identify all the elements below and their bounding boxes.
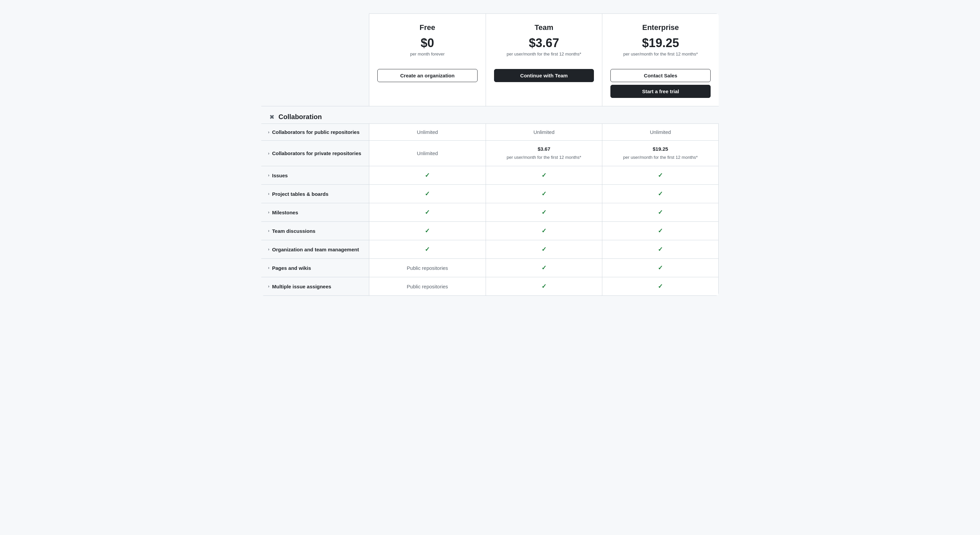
feature-free-value: ✓ <box>369 166 486 185</box>
chevron-right-icon: › <box>268 284 269 289</box>
enterprise-plan-header: Enterprise $19.25 per user/month for the… <box>602 13 719 106</box>
create-organization-button[interactable]: Create an organization <box>377 69 477 82</box>
team-plan-name: Team <box>494 23 594 32</box>
feature-label-cell: › Issues <box>261 166 369 185</box>
feature-label: › Issues <box>268 173 288 178</box>
enterprise-plan-name: Enterprise <box>610 23 711 32</box>
feature-enterprise-value: ✓ <box>602 185 719 203</box>
check-icon: ✓ <box>658 227 663 234</box>
feature-team-value: ✓ <box>486 240 602 258</box>
value-text: Unlimited <box>417 129 438 135</box>
feature-label-cell: › Organization and team management <box>261 240 369 258</box>
feature-team-value: ✓ <box>486 185 602 203</box>
feature-enterprise-value: ✓ <box>602 203 719 221</box>
team-plan-price-sub: per user/month for the first 12 months* <box>494 51 594 62</box>
feature-free-value: ✓ <box>369 240 486 258</box>
value-text: Public repositories <box>407 283 448 289</box>
check-icon: ✓ <box>541 172 547 179</box>
feature-team-value: ✓ <box>486 166 602 185</box>
value-text: Unlimited <box>417 150 438 156</box>
check-icon: ✓ <box>541 190 547 197</box>
free-plan-header: Free $0 per month forever Create an orga… <box>369 13 486 106</box>
enterprise-plan-price: $19.25 <box>610 36 711 50</box>
feature-label: › Organization and team management <box>268 247 359 252</box>
check-icon: ✓ <box>541 246 547 253</box>
check-icon: ✓ <box>541 209 547 216</box>
enterprise-plan-price-sub: per user/month for the first 12 months* <box>610 51 711 62</box>
feature-label-cell: › Team discussions <box>261 221 369 240</box>
chevron-right-icon: › <box>268 130 269 135</box>
feature-enterprise-value: ✓ <box>602 258 719 277</box>
check-icon: ✓ <box>425 190 430 197</box>
feature-team-value: $3.67 per user/month for the first 12 mo… <box>486 140 602 166</box>
feature-label-cell: › Collaborators for public repositories <box>261 124 369 140</box>
chevron-right-icon: › <box>268 228 269 233</box>
check-icon: ✓ <box>425 246 430 253</box>
free-plan-name: Free <box>377 23 477 32</box>
check-icon: ✓ <box>658 209 663 216</box>
check-icon: ✓ <box>541 227 547 234</box>
feature-label: › Project tables & boards <box>268 191 329 197</box>
check-icon: ✓ <box>425 209 430 216</box>
feature-free-value: ✓ <box>369 221 486 240</box>
feature-label-cell: › Multiple issue assignees <box>261 277 369 296</box>
feature-label: › Multiple issue assignees <box>268 283 331 289</box>
price-sub-inline: per user/month for the first 12 months* <box>507 154 581 161</box>
feature-free-value: Public repositories <box>369 277 486 296</box>
feature-team-value: ✓ <box>486 221 602 240</box>
feature-enterprise-value: ✓ <box>602 277 719 296</box>
feature-free-value: ✓ <box>369 185 486 203</box>
contact-sales-button[interactable]: Contact Sales <box>610 69 711 82</box>
start-free-trial-button[interactable]: Start a free trial <box>610 85 711 98</box>
free-plan-price: $0 <box>377 36 477 50</box>
check-icon: ✓ <box>658 190 663 197</box>
feature-team-value: Unlimited <box>486 124 602 140</box>
check-icon: ✓ <box>658 264 663 272</box>
feature-team-value: ✓ <box>486 258 602 277</box>
check-icon: ✓ <box>541 283 547 290</box>
team-plan-price: $3.67 <box>494 36 594 50</box>
chevron-right-icon: › <box>268 151 269 156</box>
feature-free-value: Unlimited <box>369 124 486 140</box>
value-text: Unlimited <box>650 129 671 135</box>
feature-label: › Milestones <box>268 210 298 215</box>
price-sub-inline: per user/month for the first 12 months* <box>623 154 698 161</box>
feature-enterprise-value: ✓ <box>602 166 719 185</box>
feature-free-value: Public repositories <box>369 258 486 277</box>
check-icon: ✓ <box>425 227 430 234</box>
feature-team-value: ✓ <box>486 203 602 221</box>
price-inline: $3.67 <box>538 146 550 152</box>
enterprise-price-inline: $19.25 per user/month for the first 12 m… <box>623 146 698 161</box>
feature-label: › Pages and wikis <box>268 265 311 271</box>
feature-label: › Collaborators for private repositories <box>268 150 361 156</box>
feature-enterprise-value: ✓ <box>602 221 719 240</box>
chevron-right-icon: › <box>268 266 269 270</box>
feature-label: › Team discussions <box>268 228 315 234</box>
price-inline: $19.25 <box>653 146 668 152</box>
collaboration-section-header: ✖ Collaboration <box>261 106 719 124</box>
chevron-right-icon: › <box>268 173 269 178</box>
team-price-inline: $3.67 per user/month for the first 12 mo… <box>507 146 581 161</box>
feature-label-cell: › Milestones <box>261 203 369 221</box>
free-plan-price-sub: per month forever <box>377 51 477 62</box>
header-empty-cell <box>261 13 369 106</box>
chevron-right-icon: › <box>268 247 269 252</box>
feature-label: › Collaborators for public repositories <box>268 129 360 135</box>
continue-with-team-button[interactable]: Continue with Team <box>494 69 594 82</box>
feature-enterprise-value: Unlimited <box>602 124 719 140</box>
value-text: Unlimited <box>533 129 555 135</box>
feature-free-value: ✓ <box>369 203 486 221</box>
feature-label-cell: › Pages and wikis <box>261 258 369 277</box>
check-icon: ✓ <box>425 172 430 179</box>
feature-free-value: Unlimited <box>369 140 486 166</box>
check-icon: ✓ <box>658 283 663 290</box>
collaboration-section-title: Collaboration <box>278 113 322 121</box>
check-icon: ✓ <box>658 172 663 179</box>
collaboration-icon: ✖ <box>269 113 274 121</box>
team-plan-header: Team $3.67 per user/month for the first … <box>486 13 602 106</box>
check-icon: ✓ <box>541 264 547 272</box>
value-text: Public repositories <box>407 265 448 271</box>
feature-label-cell: › Project tables & boards <box>261 185 369 203</box>
feature-enterprise-value: ✓ <box>602 240 719 258</box>
feature-team-value: ✓ <box>486 277 602 296</box>
